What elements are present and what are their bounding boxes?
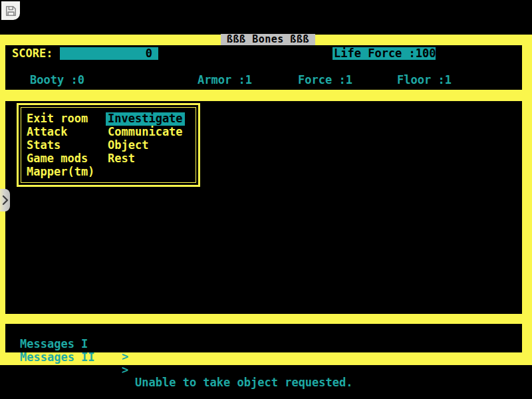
- score-bar: 0: [60, 47, 158, 60]
- floor-stat: Floor :1: [397, 74, 452, 86]
- message-2-prompt: >: [122, 364, 128, 376]
- menu-item-rest[interactable]: Rest: [108, 152, 185, 166]
- menu-column-1: Exit room Attack Stats Game mods Mapper(…: [27, 112, 94, 179]
- score-value: 0: [146, 47, 152, 60]
- menu-item-investigate[interactable]: Investigate: [106, 112, 185, 126]
- command-menu-inner-border: Exit room Attack Stats Game mods Mapper(…: [21, 107, 196, 183]
- life-force-badge: Life Force :100: [332, 47, 436, 60]
- menu-item-communicate[interactable]: Communicate: [108, 126, 185, 139]
- menu-item-attack[interactable]: Attack: [27, 126, 94, 139]
- message-2-label: Messages II: [20, 351, 95, 364]
- armor-stat: Armor :1: [198, 74, 252, 86]
- menu-item-mapper[interactable]: Mapper(tm): [27, 166, 94, 179]
- message-2-text: Unable to take object requested.: [135, 376, 353, 389]
- save-button[interactable]: [1, 1, 20, 20]
- message-1-prompt: >: [122, 350, 128, 363]
- score-label: SCORE:: [12, 47, 53, 60]
- game-title: ßßß Bones ßßß: [221, 34, 315, 45]
- booty-stat: Booty :0: [30, 74, 84, 86]
- force-stat: Force :1: [298, 74, 352, 86]
- main-panel: Exit room Attack Stats Game mods Mapper(…: [5, 101, 522, 314]
- chevron-right-icon: [2, 194, 9, 207]
- side-panel-toggle[interactable]: [0, 189, 10, 211]
- menu-item-game-mods[interactable]: Game mods: [27, 152, 94, 166]
- stats-panel: SCORE: 0 Life Force :100 Booty :0 Armor …: [5, 45, 522, 90]
- floppy-disk-icon: [5, 5, 17, 17]
- menu-item-exit-room[interactable]: Exit room: [27, 112, 94, 126]
- command-menu-box: Exit room Attack Stats Game mods Mapper(…: [17, 103, 200, 187]
- messages-panel: Messages I > Messages II > Unable to tak…: [5, 324, 522, 352]
- menu-item-object[interactable]: Object: [108, 139, 185, 152]
- menu-column-2: Investigate Communicate Object Rest: [108, 112, 185, 166]
- game-screen: ßßß Bones ßßß SCORE: 0 Life Force :100 B…: [0, 0, 532, 399]
- message-line-2: Messages II > Unable to take object requ…: [5, 338, 522, 351]
- menu-item-stats[interactable]: Stats: [27, 139, 94, 152]
- message-line-1: Messages I >: [5, 325, 522, 338]
